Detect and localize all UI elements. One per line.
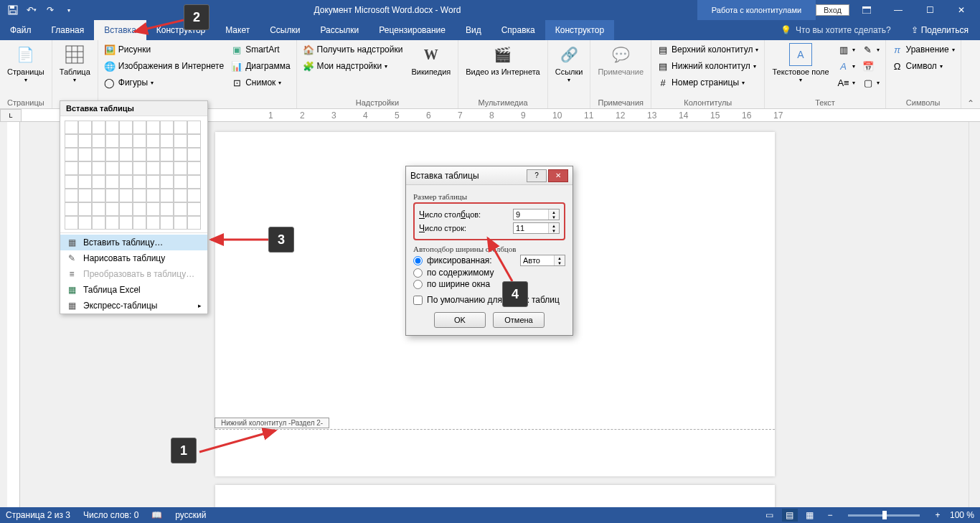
excel-table-item[interactable]: ▦ Таблица Excel <box>60 282 207 298</box>
ribbon-display-icon[interactable] <box>852 0 881 20</box>
ok-button[interactable]: OK <box>434 312 486 328</box>
share-button[interactable]: ⇪ Поделиться <box>900 25 980 35</box>
chart-button[interactable]: 📊Диаграмма <box>228 58 293 74</box>
wikipedia-button[interactable]: W Википедия <box>407 42 455 78</box>
rows-down-button[interactable]: ▼ <box>549 228 559 233</box>
rows-input[interactable] <box>514 223 548 233</box>
zoom-slider[interactable] <box>848 514 920 517</box>
quickparts-icon: ▥ <box>838 44 849 55</box>
fixed-spinner[interactable]: ▲▼ <box>520 255 565 266</box>
page-2[interactable] <box>215 485 775 507</box>
comment-button[interactable]: 💬 Примечание <box>593 42 648 78</box>
tab-mailings[interactable]: Рассылки <box>310 20 369 40</box>
dialog-help-button[interactable]: ? <box>527 169 547 182</box>
page-status[interactable]: Страница 2 из 3 <box>6 510 70 520</box>
tab-references[interactable]: Ссылки <box>260 20 310 40</box>
cols-down-button[interactable]: ▼ <box>549 215 559 220</box>
rows-up-button[interactable]: ▲ <box>549 223 559 228</box>
footer-tag[interactable]: Нижний колонтитул -Раздел 2- <box>215 418 329 428</box>
tell-me-search[interactable]: 💡 Что вы хотите сделать? <box>772 25 900 35</box>
cols-spinner[interactable]: ▲▼ <box>513 209 560 220</box>
fixed-input[interactable] <box>521 255 550 265</box>
excel-icon: ▦ <box>66 285 77 295</box>
zoom-thumb[interactable] <box>882 511 887 519</box>
datetime-button[interactable]: 📅 <box>859 58 882 74</box>
maximize-icon[interactable]: ☐ <box>915 0 944 20</box>
read-mode-icon[interactable]: ▭ <box>762 509 778 522</box>
close-icon[interactable]: ✕ <box>947 0 976 20</box>
insert-table-item[interactable]: ▦ Вставить таблицу… <box>60 235 207 250</box>
object-button[interactable]: ▢▾ <box>859 75 882 90</box>
screenshot-button[interactable]: ⊡Снимок ▾ <box>228 75 293 90</box>
tab-review[interactable]: Рецензирование <box>369 20 456 40</box>
tab-contextual-design[interactable]: Конструктор <box>545 20 614 40</box>
undo-icon[interactable]: ↶▾ <box>23 1 40 19</box>
redo-icon[interactable]: ↷ <box>42 1 59 19</box>
dialog-titlebar[interactable]: Вставка таблицы ? ✕ <box>406 166 573 185</box>
tab-layout[interactable]: Макет <box>215 20 260 40</box>
rows-spinner[interactable]: ▲▼ <box>513 222 560 234</box>
footer-button[interactable]: ▤Нижний колонтитул ▾ <box>654 58 761 74</box>
online-pictures-button[interactable]: 🌐Изображения в Интернете <box>101 58 227 74</box>
get-addins-button[interactable]: 🏠Получить надстройки <box>300 42 406 57</box>
fixed-down-button[interactable]: ▼ <box>555 260 565 265</box>
pagenum-button[interactable]: #Номер страницы ▾ <box>654 75 761 90</box>
dropcap-button[interactable]: A≡▾ <box>835 75 858 90</box>
tab-help[interactable]: Справка <box>491 20 545 40</box>
dialog-close-button[interactable]: ✕ <box>548 169 568 182</box>
links-button[interactable]: 🔗 Ссылки ▾ <box>551 42 588 85</box>
zoom-out-button[interactable]: − <box>822 509 838 522</box>
collapse-ribbon-icon[interactable]: ⌃ <box>964 98 977 108</box>
spellcheck-icon[interactable]: 📖 <box>151 510 162 520</box>
print-layout-icon[interactable]: ▤ <box>782 509 798 522</box>
quick-tables-item[interactable]: ▦ Экспресс-таблицы ▸ <box>60 298 207 314</box>
symbol-icon: Ω <box>892 60 903 72</box>
zoom-level[interactable]: 100 % <box>950 510 974 520</box>
cols-up-button[interactable]: ▲ <box>549 209 559 215</box>
qat-customize-icon[interactable]: ▾ <box>60 1 77 19</box>
my-addins-button[interactable]: 🧩Мои надстройки ▾ <box>300 58 406 74</box>
links-label: Ссылки <box>555 67 583 77</box>
quickparts-button[interactable]: ▥▾ <box>835 42 858 57</box>
vertical-scrollbar[interactable] <box>969 122 980 507</box>
autofit-section-label: Автоподбор ширины столбцов <box>413 245 565 253</box>
header-button[interactable]: ▤Верхний колонтитул ▾ <box>654 42 761 57</box>
login-button[interactable]: Вход <box>816 4 849 16</box>
signature-button[interactable]: ✎▾ <box>859 42 882 57</box>
remember-checkbox[interactable] <box>413 296 423 305</box>
draw-table-item[interactable]: ✎ Нарисовать таблицу <box>60 250 207 266</box>
table-button[interactable]: Таблица ▾ <box>55 42 95 85</box>
ruler-ticks: 1234567891011121314151617 <box>237 110 980 121</box>
smartart-button[interactable]: ▣SmartArt <box>228 42 293 57</box>
save-icon[interactable] <box>4 1 22 19</box>
content-radio[interactable] <box>413 268 423 278</box>
minimize-icon[interactable]: — <box>884 0 913 20</box>
ruler-corner[interactable]: L <box>0 109 22 122</box>
vertical-ruler[interactable] <box>7 122 20 507</box>
shapes-button[interactable]: ◯Фигуры ▾ <box>101 75 227 90</box>
tab-view[interactable]: Вид <box>456 20 491 40</box>
pictures-button[interactable]: 🖼️Рисунки <box>101 42 227 57</box>
cancel-button[interactable]: Отмена <box>493 312 545 328</box>
symbol-button[interactable]: ΩСимвол ▾ <box>889 58 958 74</box>
signature-icon: ✎ <box>862 44 874 55</box>
wordart-button[interactable]: A▾ <box>835 58 858 74</box>
equation-button[interactable]: πУравнение ▾ <box>889 42 958 57</box>
cols-input[interactable] <box>514 209 548 220</box>
window-radio[interactable] <box>413 280 423 289</box>
language-status[interactable]: русский <box>175 510 206 520</box>
fixed-up-button[interactable]: ▲ <box>555 255 565 260</box>
word-count[interactable]: Число слов: 0 <box>83 510 138 520</box>
tab-home[interactable]: Главная <box>42 20 95 40</box>
table-size-grid[interactable] <box>60 116 207 231</box>
fixed-radio[interactable] <box>413 256 423 265</box>
pages-button[interactable]: 📄 Страницы ▾ <box>3 42 49 85</box>
online-video-button[interactable]: 🎬 Видео из Интернета <box>461 42 544 78</box>
wikipedia-icon: W <box>420 43 443 66</box>
zoom-in-button[interactable]: + <box>930 509 946 522</box>
tab-insert[interactable]: Вставка <box>94 20 146 40</box>
textbox-button[interactable]: A Текстовое поле ▾ <box>768 42 833 85</box>
tab-file[interactable]: Файл <box>0 20 42 40</box>
web-layout-icon[interactable]: ▦ <box>802 509 818 522</box>
excel-label: Таблица Excel <box>83 285 141 295</box>
